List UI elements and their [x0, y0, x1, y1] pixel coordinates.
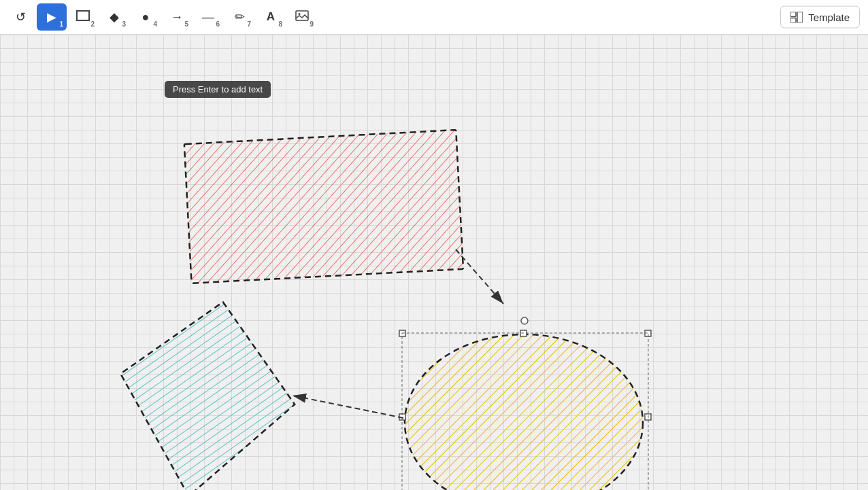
- line-tool-button[interactable]: — 6: [193, 3, 223, 31]
- template-icon: [790, 12, 803, 22]
- pencil-icon: ✏: [235, 10, 245, 24]
- tool-number-5: 5: [184, 20, 188, 28]
- image-icon: [295, 10, 309, 24]
- handle-tl[interactable]: [399, 330, 405, 336]
- toolbar: ↺ ▶ 1 2 ◆ 3 ● 4 → 5 — 6 ✏ 7 A 8: [0, 0, 868, 35]
- pencil-tool-button[interactable]: ✏ 7: [224, 3, 254, 31]
- yellow-ellipse[interactable]: [405, 334, 643, 490]
- rectangle-tool-button[interactable]: 2: [68, 3, 98, 31]
- svg-marker-13: [101, 287, 310, 490]
- ellipse-icon: ●: [142, 10, 150, 24]
- undo-button[interactable]: ↺: [5, 3, 35, 31]
- drawing-canvas[interactable]: [0, 69, 868, 490]
- svg-point-2: [299, 13, 301, 15]
- handle-tr[interactable]: [645, 330, 651, 336]
- teal-diamond[interactable]: [101, 287, 310, 490]
- rectangle-icon: [76, 10, 90, 24]
- diamond-icon: ◆: [110, 10, 119, 24]
- cursor-icon: ▶: [47, 10, 56, 24]
- tool-number-8: 8: [278, 20, 282, 28]
- selection-border: [402, 333, 648, 490]
- svg-point-12: [405, 334, 643, 490]
- svg-rect-4: [790, 18, 796, 22]
- tool-number-2: 2: [90, 20, 95, 28]
- red-rectangle[interactable]: [184, 130, 463, 283]
- arrow-ellipse-to-diamond: [293, 396, 403, 418]
- tool-number-1: 1: [59, 20, 63, 28]
- svg-rect-1: [296, 11, 308, 20]
- rotation-handle[interactable]: [521, 317, 528, 324]
- svg-rect-11: [184, 130, 463, 283]
- arrow-tool-button[interactable]: → 5: [162, 3, 192, 31]
- svg-rect-3: [790, 12, 796, 16]
- undo-icon: ↺: [16, 10, 26, 24]
- tool-number-7: 7: [247, 20, 251, 28]
- tool-number-3: 3: [122, 20, 126, 28]
- text-tool-button[interactable]: A 8: [256, 3, 286, 31]
- svg-rect-5: [797, 12, 803, 22]
- image-tool-button[interactable]: 9: [287, 3, 317, 31]
- tool-number-4: 4: [153, 20, 157, 28]
- svg-rect-0: [77, 11, 89, 20]
- handle-mr[interactable]: [645, 414, 651, 420]
- tool-number-6: 6: [216, 20, 220, 28]
- tool-number-9: 9: [310, 20, 314, 28]
- select-tool-button[interactable]: ▶ 1: [37, 3, 67, 31]
- handle-tc[interactable]: [520, 330, 527, 336]
- template-button[interactable]: Template: [780, 6, 860, 29]
- text-icon: A: [267, 10, 275, 24]
- diamond-tool-button[interactable]: ◆ 3: [99, 3, 129, 31]
- handle-ml[interactable]: [399, 414, 405, 420]
- line-icon: —: [202, 10, 214, 24]
- tooltip-text: Press Enter to add text: [165, 81, 271, 98]
- template-label: Template: [808, 12, 850, 23]
- arrow-icon: →: [171, 10, 183, 24]
- ellipse-tool-button[interactable]: ● 4: [131, 3, 161, 31]
- arrow-rect-to-ellipse: [456, 249, 503, 304]
- canvas-area[interactable]: Press Enter to add text: [0, 35, 868, 490]
